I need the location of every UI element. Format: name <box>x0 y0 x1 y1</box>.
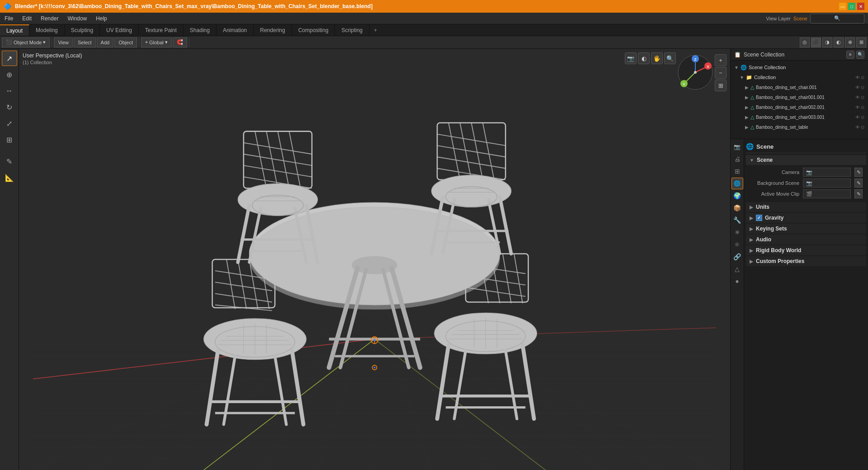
outliner-item-chair-3[interactable]: ▶ △ Bamboo_dining_set_chair002.001 👁 ⊙ <box>743 102 866 112</box>
outliner-item-chair-2[interactable]: ▶ △ Bamboo_dining_set_chair001.001 👁 ⊙ <box>743 92 866 102</box>
prop-tab-material[interactable]: ● <box>731 275 743 287</box>
render-type-solid[interactable]: ⬛ <box>811 38 821 47</box>
add-workspace-button[interactable]: + <box>369 24 382 36</box>
rigid-body-header[interactable]: ▶ Rigid Body World <box>746 245 866 255</box>
vp-search-icon[interactable]: 🔍 <box>664 52 676 64</box>
menu-window[interactable]: Window <box>63 13 91 24</box>
chair1-eye[interactable]: 👁 <box>855 85 860 90</box>
search-button[interactable]: 🔍 <box>810 14 864 24</box>
tab-modeling[interactable]: Modeling <box>29 24 65 36</box>
active-clip-value[interactable]: 🎬 <box>803 189 851 198</box>
add-menu[interactable]: Add <box>97 38 114 47</box>
prop-tab-object[interactable]: 📦 <box>731 202 743 214</box>
menu-edit[interactable]: Edit <box>18 13 36 24</box>
outliner-filter-btn[interactable]: ≡ <box>846 51 854 59</box>
svg-text:Z: Z <box>694 57 697 61</box>
prop-tab-viewlayer[interactable]: ⊞ <box>731 165 743 177</box>
xray-toggle[interactable]: ⊞ <box>856 38 866 47</box>
chair3-eye[interactable]: 👁 <box>855 105 860 110</box>
collection-hide-icon[interactable]: ⊙ <box>861 75 864 80</box>
render-type-rendered[interactable]: ◐ <box>834 38 844 47</box>
prop-tab-particles[interactable]: ✳ <box>731 226 743 238</box>
tab-animation[interactable]: Animation <box>217 24 254 36</box>
prop-tab-output[interactable]: 🖨 <box>731 153 743 165</box>
chair2-eye[interactable]: 👁 <box>855 95 860 100</box>
close-button[interactable]: ✕ <box>857 3 864 10</box>
vp-render-icon[interactable]: ◐ <box>638 52 650 64</box>
active-clip-edit-btn[interactable]: ✎ <box>854 189 863 198</box>
custom-props-header[interactable]: ▶ Custom Properties <box>746 256 866 266</box>
tab-texture-paint[interactable]: Texture Paint <box>139 24 184 36</box>
prop-tab-scene[interactable]: 🌐 <box>731 178 743 189</box>
audio-header[interactable]: ▶ Audio <box>746 235 866 244</box>
prop-tab-physics[interactable]: ⚛ <box>731 239 743 250</box>
tool-scale[interactable]: ⤢ <box>2 116 17 131</box>
prop-tab-world[interactable]: 🌍 <box>731 190 743 202</box>
tab-uv-editing[interactable]: UV Editing <box>100 24 139 36</box>
viewport[interactable]: User Perspective (Local) (1) Collection … <box>19 49 730 470</box>
menu-render[interactable]: Render <box>36 13 63 24</box>
prop-tab-modifiers[interactable]: 🔧 <box>731 214 743 226</box>
menu-file[interactable]: File <box>0 13 18 24</box>
maximize-button[interactable]: □ <box>848 3 855 10</box>
outliner-search-btn[interactable]: 🔍 <box>856 51 864 59</box>
camera-value[interactable]: 📷 <box>803 168 851 177</box>
gravity-section-header[interactable]: ▶ ✓ Gravity <box>746 213 866 223</box>
menu-help[interactable]: Help <box>91 13 112 24</box>
keying-sets-header[interactable]: ▶ Keying Sets <box>746 224 866 234</box>
object-mode-dropdown[interactable]: ⬛ Object Mode ▾ <box>2 38 50 47</box>
gravity-checkbox[interactable]: ✓ <box>756 215 762 221</box>
outliner-item-scene-collection[interactable]: ▼ 🌐 Scene Collection <box>732 62 866 72</box>
snap-toggle[interactable]: 🧲 <box>173 38 187 47</box>
chair3-cam[interactable]: ⊙ <box>861 105 864 110</box>
collection-eye-icon[interactable]: 👁 <box>855 75 860 80</box>
tab-layout[interactable]: Layout <box>0 24 29 36</box>
scene-section-header[interactable]: ▼ Scene <box>746 155 866 165</box>
tool-cursor[interactable]: ⊕ <box>2 67 17 82</box>
tool-select[interactable]: ↗ <box>2 51 17 66</box>
tool-measure[interactable]: 📐 <box>2 170 17 185</box>
table-eye[interactable]: 👁 <box>855 125 860 130</box>
tool-transform[interactable]: ⊞ <box>2 132 17 147</box>
prop-tab-data[interactable]: △ <box>731 263 743 275</box>
tool-rotate[interactable]: ↻ <box>2 99 17 115</box>
render-type-material[interactable]: ◑ <box>822 38 832 47</box>
units-section-header[interactable]: ▶ Units <box>746 202 866 212</box>
global-label: Global <box>149 40 164 45</box>
prop-tab-render[interactable]: 📷 <box>731 141 743 153</box>
chair2-cam[interactable]: ⊙ <box>861 95 864 100</box>
tab-scripting[interactable]: Scripting <box>335 24 369 36</box>
outliner-item-chair-1[interactable]: ▶ △ Bamboo_dining_set_chair.001 👁 ⊙ <box>743 82 866 92</box>
outliner-item-collection[interactable]: ▼ 📁 Collection 👁 ⊙ <box>738 72 866 82</box>
chair4-cam[interactable]: ⊙ <box>861 115 864 120</box>
prop-tab-constraints[interactable]: 🔗 <box>731 251 743 263</box>
tab-sculpting[interactable]: Sculpting <box>65 24 100 36</box>
local-view-btn[interactable]: ⊞ <box>715 80 726 91</box>
transform-orientation[interactable]: ⌖ Global ▾ <box>141 38 172 47</box>
bg-scene-edit-btn[interactable]: ✎ <box>854 179 863 188</box>
minimize-button[interactable]: — <box>839 3 846 10</box>
outliner-item-chair-4[interactable]: ▶ △ Bamboo_dining_set_chair003.001 👁 ⊙ <box>743 112 866 122</box>
select-menu[interactable]: Select <box>74 38 96 47</box>
tool-move[interactable]: ↔ <box>2 83 17 99</box>
chair2-name: Bamboo_dining_set_chair001.001 <box>756 95 825 100</box>
object-menu[interactable]: Object <box>114 38 137 47</box>
custom-props-arrow: ▶ <box>750 259 753 264</box>
zoom-out-btn[interactable]: − <box>715 67 726 79</box>
tool-annotate[interactable]: ✎ <box>2 154 17 169</box>
chair4-eye[interactable]: 👁 <box>855 115 860 120</box>
bg-scene-value[interactable]: 📷 <box>803 179 851 188</box>
outliner-item-table[interactable]: ▶ △ Bamboo_dining_set_table 👁 ⊙ <box>743 122 866 132</box>
vp-hand-icon[interactable]: 🖐 <box>651 52 663 64</box>
vp-camera-icon[interactable]: 📷 <box>625 52 637 64</box>
zoom-in-btn[interactable]: + <box>715 54 726 66</box>
chair1-cam[interactable]: ⊙ <box>861 85 864 90</box>
overlay-toggle[interactable]: ⊕ <box>845 38 855 47</box>
tab-shading[interactable]: Shading <box>184 24 217 36</box>
proportional-editing-btn[interactable]: ◎ <box>800 38 810 47</box>
view-menu[interactable]: View <box>54 38 73 47</box>
camera-edit-btn[interactable]: ✎ <box>854 168 863 177</box>
tab-rendering[interactable]: Rendering <box>254 24 292 36</box>
tab-compositing[interactable]: Compositing <box>292 24 335 36</box>
table-cam[interactable]: ⊙ <box>861 125 864 130</box>
